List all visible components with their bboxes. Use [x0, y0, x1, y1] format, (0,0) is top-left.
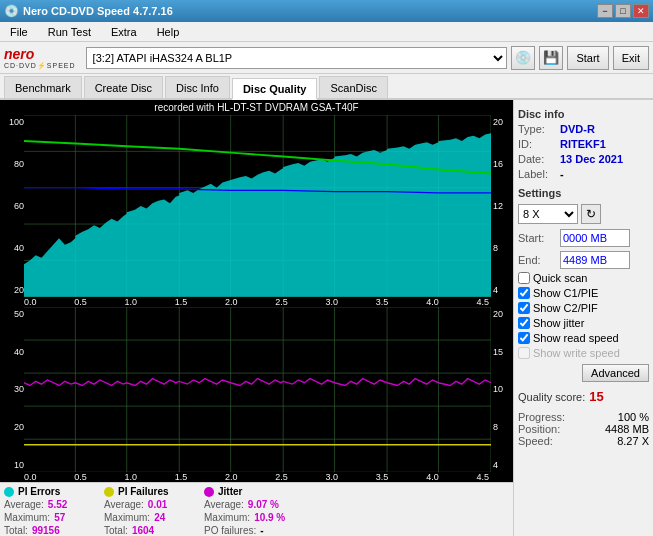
sidebar: Disc info Type: DVD-R ID: RITEKF1 Date: … [513, 100, 653, 536]
bottom-chart-svg [24, 307, 491, 472]
top-y-axis-left: 100 80 60 40 20 [0, 115, 24, 297]
start-button[interactable]: Start [567, 46, 608, 70]
bottom-chart: 50 40 30 20 10 [0, 307, 513, 472]
pi-failures-color-dot [104, 487, 114, 497]
maximize-button[interactable]: □ [615, 4, 631, 18]
quick-scan-checkbox[interactable] [518, 272, 530, 284]
menu-bar: File Run Test Extra Help [0, 22, 653, 42]
nero-logo: nero CD·DVD⚡SPEED [4, 46, 76, 70]
tab-benchmark[interactable]: Benchmark [4, 76, 82, 98]
disc-label-row: Label: - [518, 168, 649, 180]
toolbar: nero CD·DVD⚡SPEED [3:2] ATAPI iHAS324 A … [0, 42, 653, 74]
close-button[interactable]: ✕ [633, 4, 649, 18]
show-read-speed-checkbox[interactable] [518, 332, 530, 344]
chart-legend: PI Errors Average: 5.52 Maximum: 57 Tota… [0, 482, 513, 536]
top-chart-svg-area [24, 115, 491, 297]
legend-jitter: Jitter Average: 9.07 % Maximum: 10.9 % P… [204, 486, 285, 533]
disc-type-row: Type: DVD-R [518, 123, 649, 135]
legend-pi-failures: PI Failures Average: 0.01 Maximum: 24 To… [104, 486, 184, 533]
show-read-speed-row: Show read speed [518, 332, 649, 344]
show-c1pie-row: Show C1/PIE [518, 287, 649, 299]
tab-scan-disc[interactable]: ScanDisc [319, 76, 387, 98]
quality-score-row: Quality score: 15 [518, 389, 649, 404]
pi-errors-color-dot [4, 487, 14, 497]
cdspeed-logo-text: CD·DVD⚡SPEED [4, 62, 76, 70]
top-y-axis-right: 20 16 12 8 4 [491, 115, 513, 297]
nero-logo-text: nero [4, 46, 76, 62]
app-title: Nero CD-DVD Speed 4.7.7.16 [23, 5, 173, 17]
end-mb-input[interactable] [560, 251, 630, 269]
top-x-axis: 0.0 0.5 1.0 1.5 2.0 2.5 3.0 3.5 4.0 4.5 [0, 297, 513, 307]
svg-marker-15 [24, 133, 491, 297]
chart-title: recorded with HL-DT-ST DVDRAM GSA-T40F [0, 100, 513, 115]
tab-bar: Benchmark Create Disc Disc Info Disc Qua… [0, 74, 653, 100]
disc-icon-button[interactable]: 💿 [511, 46, 535, 70]
show-write-speed-checkbox[interactable] [518, 347, 530, 359]
top-chart: 100 80 60 40 20 [0, 115, 513, 297]
quick-scan-row: Quick scan [518, 272, 649, 284]
disc-id-row: ID: RITEKF1 [518, 138, 649, 150]
speed-setting-row: 8 X ↻ [518, 204, 649, 224]
show-jitter-checkbox[interactable] [518, 317, 530, 329]
disc-info-section-title: Disc info [518, 108, 649, 120]
drive-select[interactable]: [3:2] ATAPI iHAS324 A BL1P [86, 47, 508, 69]
bottom-x-axis: 0.0 0.5 1.0 1.5 2.0 2.5 3.0 3.5 4.0 4.5 [0, 472, 513, 482]
bottom-chart-svg-area [24, 307, 491, 472]
speed-select[interactable]: 8 X [518, 204, 578, 224]
minimize-button[interactable]: − [597, 4, 613, 18]
main-content: recorded with HL-DT-ST DVDRAM GSA-T40F 1… [0, 100, 653, 536]
tab-disc-quality[interactable]: Disc Quality [232, 78, 318, 100]
show-jitter-row: Show jitter [518, 317, 649, 329]
exit-button[interactable]: Exit [613, 46, 649, 70]
chart-area: recorded with HL-DT-ST DVDRAM GSA-T40F 1… [0, 100, 513, 536]
bottom-y-axis-right: 20 15 10 8 4 [491, 307, 513, 472]
top-chart-svg [24, 115, 491, 297]
title-bar: 💿 Nero CD-DVD Speed 4.7.7.16 − □ ✕ [0, 0, 653, 22]
save-icon-button[interactable]: 💾 [539, 46, 563, 70]
show-write-speed-row: Show write speed [518, 347, 649, 359]
jitter-color-dot [204, 487, 214, 497]
menu-extra[interactable]: Extra [105, 25, 143, 39]
refresh-button[interactable]: ↻ [581, 204, 601, 224]
tab-disc-info[interactable]: Disc Info [165, 76, 230, 98]
menu-help[interactable]: Help [151, 25, 186, 39]
disc-date-row: Date: 13 Dec 2021 [518, 153, 649, 165]
bottom-y-axis-left: 50 40 30 20 10 [0, 307, 24, 472]
start-mb-row: Start: [518, 229, 649, 247]
menu-run-test[interactable]: Run Test [42, 25, 97, 39]
start-mb-input[interactable] [560, 229, 630, 247]
title-bar-left: 💿 Nero CD-DVD Speed 4.7.7.16 [4, 4, 173, 18]
show-c2pif-checkbox[interactable] [518, 302, 530, 314]
settings-section-title: Settings [518, 187, 649, 199]
menu-file[interactable]: File [4, 25, 34, 39]
end-mb-row: End: [518, 251, 649, 269]
show-c2pif-row: Show C2/PIF [518, 302, 649, 314]
legend-pi-errors: PI Errors Average: 5.52 Maximum: 57 Tota… [4, 486, 84, 533]
tab-create-disc[interactable]: Create Disc [84, 76, 163, 98]
title-bar-controls: − □ ✕ [597, 4, 649, 18]
show-c1pie-checkbox[interactable] [518, 287, 530, 299]
advanced-button[interactable]: Advanced [582, 364, 649, 382]
progress-section: Progress: 100 % Position: 4488 MB Speed:… [518, 411, 649, 447]
